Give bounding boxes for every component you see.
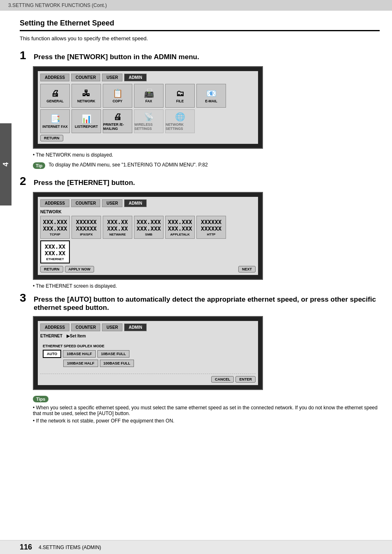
eth-speed-row2: 100BASE HALF 100BASE FULL — [43, 360, 253, 367]
icon-network[interactable]: 🖧 NETWORK — [71, 84, 101, 108]
chapter-tab: 4 — [0, 123, 12, 205]
tips-bullet-1: When you select a specific ethernet spee… — [33, 405, 380, 416]
icon-fax[interactable]: 📠 FAX — [134, 84, 164, 108]
eth-100base-full-btn[interactable]: 100BASE FULL — [100, 360, 134, 367]
net-ipxspx[interactable]: xxxxxxxxxxxx IPX/SPX — [71, 216, 101, 239]
section-title: Setting the Ethernet Speed — [20, 19, 380, 28]
return-btn-1[interactable]: RETURN — [40, 135, 63, 141]
network-grid: xxx.xxxxxx.xxx TCP/IP xxxxxxxxxxxx IPX/S… — [40, 216, 256, 263]
screen2-bottom: RETURN APPLY NOW Next — [40, 266, 256, 272]
section-desc: This function allows you to specify the … — [20, 35, 380, 42]
step1-bullet: The NETWORK menu is displayed. — [33, 152, 380, 158]
network-label: NETWORK — [40, 210, 256, 214]
eth-speed-row1: AUTO 10BASE HALF 10BASE FULL — [43, 350, 253, 358]
icon-copy[interactable]: 📋 COPY — [103, 84, 132, 108]
eth-10base-full-btn[interactable]: 10BASE FULL — [97, 350, 130, 358]
section-rule — [20, 30, 380, 31]
eth-setitem: ▶Set Item — [67, 334, 86, 338]
net-ethernet[interactable]: xxx.xxxxx.xx ETHERNET — [40, 240, 70, 263]
tip-text-1: To display the ADMIN menu, see "1.ENTERI… — [48, 162, 208, 168]
footer-bar: 116 4.SETTING ITEMS (ADMIN) — [0, 540, 392, 554]
s3-tab-address[interactable]: ADDRESS — [40, 323, 69, 331]
step2-header: 2 Press the [ETHERNET] button. — [20, 175, 380, 188]
tip-box-1: Tip To display the ADMIN menu, see "1.EN… — [33, 162, 380, 169]
top-bar: 3.SETTING NETWORK FUNCTIONS (Cont.) — [0, 0, 392, 11]
net-tcpip[interactable]: xxx.xxxxxx.xxx TCP/IP — [40, 216, 70, 239]
screen1-tabs: ADDRESS COUNTER USER ADMIN — [40, 74, 256, 81]
screen3: ADDRESS COUNTER USER ADMIN ETHERNET ▶Set… — [33, 316, 263, 390]
footer-page: 116 — [20, 543, 32, 552]
net-appletalk[interactable]: xxx.xxxxxx.xxx APPLETALK — [165, 216, 195, 239]
screen1-bottom: RETURN — [40, 135, 256, 141]
screen2-tabs: ADDRESS COUNTER USER ADMIN — [40, 199, 256, 207]
step2-bullet: The ETHERNET screen is displayed. — [33, 283, 380, 289]
icon-internet-fax[interactable]: 📑 INTERNET FAX — [40, 109, 70, 133]
tips-badge: Tips — [33, 396, 48, 402]
tips-bullet-2: If the network is not stable, power OFF … — [33, 418, 380, 424]
eth-100base-half-btn[interactable]: 100BASE HALF — [63, 360, 98, 367]
eth-title: ETHERNET — [40, 334, 62, 338]
top-bar-text: 3.SETTING NETWORK FUNCTIONS (Cont.) — [8, 2, 107, 8]
net-http[interactable]: xxxxxxxxxxxx HTTP — [196, 216, 226, 239]
icon-general[interactable]: 🖨 GENERAL — [40, 84, 70, 108]
footer-text: 4.SETTING ITEMS (ADMIN) — [39, 545, 101, 550]
net-smb[interactable]: xxx.xxxxxx.xxx SMB — [134, 216, 164, 239]
screen1-icon-grid2: 📑 INTERNET FAX 📊 LIST/REPORT 🖨 PRINTER /… — [40, 109, 256, 133]
step1-text: Press the [NETWORK] button in the ADMIN … — [34, 53, 199, 61]
apply-now-btn[interactable]: APPLY NOW — [65, 266, 95, 272]
s3-tab-counter[interactable]: COUNTER — [71, 323, 100, 331]
step3-header: 3 Press the [AUTO] button to automatical… — [20, 291, 380, 312]
s3-tab-user[interactable]: USER — [102, 323, 122, 331]
screen1-icon-grid: 🖨 GENERAL 🖧 NETWORK 📋 COPY 📠 FAX 🗂 — [40, 84, 256, 108]
tab-address[interactable]: ADDRESS — [40, 74, 69, 81]
eth-10base-half-btn[interactable]: 10BASE HALF — [63, 350, 96, 358]
tip-badge-1: Tip — [33, 162, 45, 169]
screen3-tabs: ADDRESS COUNTER USER ADMIN — [40, 323, 256, 331]
screen2: ADDRESS COUNTER USER ADMIN NETWORK xxx.x… — [33, 192, 263, 280]
step2-text: Press the [ETHERNET] button. — [34, 179, 135, 187]
step1-header: 1 Press the [NETWORK] button in the ADMI… — [20, 49, 380, 62]
icon-wireless[interactable]: 📡 WIRELESS SETTINGS — [134, 109, 164, 133]
s3-tab-admin[interactable]: ADMIN — [124, 323, 147, 331]
eth-speed-label: ETHERNET SPEED DUPLEX MODE — [43, 344, 253, 348]
icon-file[interactable]: 🗂 FILE — [165, 84, 195, 108]
tab-user[interactable]: USER — [102, 74, 122, 81]
tips-section: Tips When you select a specific ethernet… — [33, 396, 380, 424]
step3-text: Press the [AUTO] button to automatically… — [34, 295, 380, 312]
icon-email[interactable]: 📧 E-MAIL — [196, 84, 226, 108]
icon-list-report[interactable]: 📊 LIST/REPORT — [71, 109, 101, 133]
step2-num: 2 — [20, 175, 30, 188]
screen3-bottom: CANCEL ENTER — [40, 374, 256, 383]
next-btn[interactable]: Next — [238, 266, 256, 272]
eth-header: ETHERNET ▶Set Item — [40, 334, 256, 338]
cancel-btn[interactable]: CANCEL — [211, 376, 234, 383]
s2-tab-counter[interactable]: COUNTER — [71, 199, 100, 207]
screen1: ADDRESS COUNTER USER ADMIN 🖨 GENERAL 🖧 N… — [33, 66, 263, 149]
tab-admin[interactable]: ADMIN — [124, 74, 147, 81]
return-btn-2[interactable]: RETURN — [40, 266, 63, 272]
eth-auto-btn[interactable]: AUTO — [43, 350, 61, 358]
net-netware[interactable]: xxx.xxxxx.xx NETWARE — [103, 216, 132, 239]
s2-tab-address[interactable]: ADDRESS — [40, 199, 69, 207]
eth-content: ETHERNET SPEED DUPLEX MODE AUTO 10BASE H… — [40, 342, 256, 371]
step1-num: 1 — [20, 49, 30, 62]
tab-counter[interactable]: COUNTER — [71, 74, 100, 81]
icon-network-settings[interactable]: 🌐 Network SETTINGS — [165, 109, 195, 133]
step3-num: 3 — [20, 291, 30, 305]
s2-tab-user[interactable]: USER — [102, 199, 122, 207]
icon-printer-emailing[interactable]: 🖨 PRINTER /E-MAILING — [103, 109, 132, 133]
tips-header: Tips — [33, 396, 380, 402]
s2-tab-admin[interactable]: ADMIN — [124, 199, 147, 207]
enter-btn[interactable]: ENTER — [235, 376, 256, 383]
